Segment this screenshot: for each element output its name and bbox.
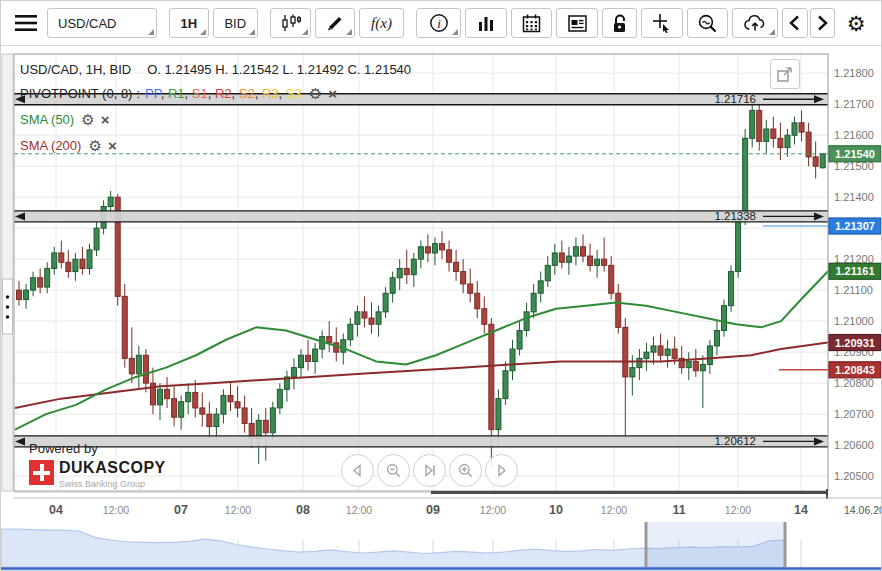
overview-selection[interactable] xyxy=(646,522,785,567)
open-in-window-icon xyxy=(776,65,794,83)
pivot-item-separator: , xyxy=(279,86,286,101)
legend-instrument: USD/CAD, 1H, BID xyxy=(20,62,131,77)
pivot-item-separator: , xyxy=(232,86,239,101)
svg-text:1.21540: 1.21540 xyxy=(835,148,875,160)
current-price-badge: 1.21540 xyxy=(829,146,881,162)
magnifier-minus-icon xyxy=(386,463,401,478)
triangle-right-icon xyxy=(495,464,508,477)
time-tick-label: 12:00 xyxy=(225,504,251,516)
price-tick-label: 1.21400 xyxy=(834,191,874,203)
time-axis: 0412:000712:000812:000912:001012:001112:… xyxy=(49,503,881,517)
pivot-band-label: 1.21716 xyxy=(714,93,756,105)
pivot-band-label: 1.21338 xyxy=(714,210,756,222)
swiss-flag-logo xyxy=(29,460,54,485)
pivot-band-label: 1.20612 xyxy=(714,435,756,447)
pivot-level-labels: PP, R1, S1, R2, S2, R3, S3 xyxy=(145,86,302,101)
pivot-item-pp: PP xyxy=(145,86,161,101)
triangle-left-icon xyxy=(351,464,364,477)
time-tick-label: 07 xyxy=(174,503,188,517)
pivot-separator: : xyxy=(136,86,140,101)
time-tick-label: 14 xyxy=(794,503,808,517)
v-scrollbar-thumb[interactable] xyxy=(3,279,13,334)
time-tick-label: 12:00 xyxy=(346,504,372,516)
pivotpoint-row: PIVOTPOINT (0, 8) : PP, R1, S1, R2, S2, … xyxy=(20,81,411,106)
price-level-badge: 1.20931 xyxy=(829,335,881,351)
svg-text:1.21307: 1.21307 xyxy=(835,220,875,232)
pivot-item-s1: S1 xyxy=(192,86,208,101)
pivot-item-r1: R1 xyxy=(168,86,185,101)
pivot-item-separator: , xyxy=(185,86,192,101)
time-tick-label: 12:00 xyxy=(103,504,129,516)
skip-to-end-icon xyxy=(423,464,437,477)
price-tick-label: 1.20800 xyxy=(834,377,874,389)
pivot-indicator-name: PIVOTPOINT (0, 8) xyxy=(20,86,132,101)
chart-nav-buttons xyxy=(341,454,521,487)
price-level-badge: 1.21307 xyxy=(829,218,881,234)
pivot-remove-icon[interactable]: × xyxy=(328,86,337,101)
brand-name: DUKASCOPY xyxy=(59,460,166,476)
pivot-item-r3: R3 xyxy=(262,86,279,101)
detach-chart-button[interactable] xyxy=(770,59,800,89)
go-to-end-button[interactable] xyxy=(413,454,446,487)
overview-handle-right[interactable] xyxy=(784,522,787,567)
time-tick-label: 12:00 xyxy=(480,504,506,516)
sma200-label: SMA (200) xyxy=(20,138,81,153)
price-tick-label: 1.20600 xyxy=(834,439,874,451)
price-tick-label: 1.21700 xyxy=(834,98,874,110)
ohlc-row: USD/CAD, 1H, BID O. 1.21495 H. 1.21542 L… xyxy=(20,58,411,81)
zoom-out-button[interactable] xyxy=(377,454,410,487)
time-tick-label: 12:00 xyxy=(601,504,627,516)
magnifier-plus-icon xyxy=(458,463,473,478)
sma200-remove-icon[interactable]: × xyxy=(108,138,117,153)
brand-footer: Powered by DUKASCOPY Swiss Banking Group xyxy=(29,441,166,489)
zoom-in-button[interactable] xyxy=(449,454,482,487)
time-tick-label: 09 xyxy=(426,503,440,517)
price-tick-label: 1.20500 xyxy=(834,470,874,482)
svg-text:1.20931: 1.20931 xyxy=(835,337,875,349)
powered-by-text: Powered by xyxy=(29,441,166,456)
pivot-settings-icon[interactable]: ⚙ xyxy=(309,86,322,101)
price-tick-label: 1.20700 xyxy=(834,408,874,420)
v-scrollbar xyxy=(2,54,13,491)
time-tick-label: 10 xyxy=(549,503,563,517)
time-tick-label: 12:00 xyxy=(725,504,751,516)
time-tick-label: 04 xyxy=(49,503,63,517)
time-tick-label: 08 xyxy=(296,503,310,517)
pivot-item-separator: , xyxy=(255,86,262,101)
sma50-remove-icon[interactable]: × xyxy=(101,112,110,127)
sma50-settings-icon[interactable]: ⚙ xyxy=(81,112,94,127)
pivot-item-separator: , xyxy=(161,86,168,101)
price-tick-label: 1.21000 xyxy=(834,315,874,327)
pan-right-button[interactable] xyxy=(485,454,518,487)
price-tick-label: 1.21100 xyxy=(834,284,873,296)
svg-text:1.20843: 1.20843 xyxy=(835,364,875,376)
pivot-item-s2: S2 xyxy=(239,86,255,101)
sma50-row: SMA (50) ⚙ × xyxy=(20,106,411,132)
sma200-settings-icon[interactable]: ⚙ xyxy=(88,138,101,153)
svg-text:1.21161: 1.21161 xyxy=(835,265,874,277)
sma200-row: SMA (200) ⚙ × xyxy=(20,132,411,158)
pivot-band[interactable]: 1.21338 xyxy=(14,210,828,222)
time-tick-label: 14.06.2021 xyxy=(844,504,881,516)
overview-handle-left[interactable] xyxy=(645,522,648,567)
brand-tagline: Swiss Banking Group xyxy=(59,479,166,489)
sma50-label: SMA (50) xyxy=(20,112,74,127)
pivot-item-s3: S3 xyxy=(286,86,302,101)
pivot-item-r2: R2 xyxy=(215,86,232,101)
price-level-badge: 1.21161 xyxy=(829,263,881,279)
trading-platform-window: USD/CAD 1H BID f(x) i xyxy=(0,0,882,571)
pivot-item-separator: , xyxy=(208,86,215,101)
pan-left-button[interactable] xyxy=(341,454,374,487)
time-tick-label: 11 xyxy=(672,503,685,517)
price-tick-label: 1.21800 xyxy=(834,67,874,79)
overview-strip xyxy=(1,522,881,569)
price-level-badge: 1.20843 xyxy=(829,362,881,378)
chart-legend: USD/CAD, 1H, BID O. 1.21495 H. 1.21542 L… xyxy=(20,58,411,158)
legend-ohlc-values: O. 1.21495 H. 1.21542 L. 1.21492 C. 1.21… xyxy=(147,62,411,77)
price-tick-label: 1.21600 xyxy=(834,129,874,141)
